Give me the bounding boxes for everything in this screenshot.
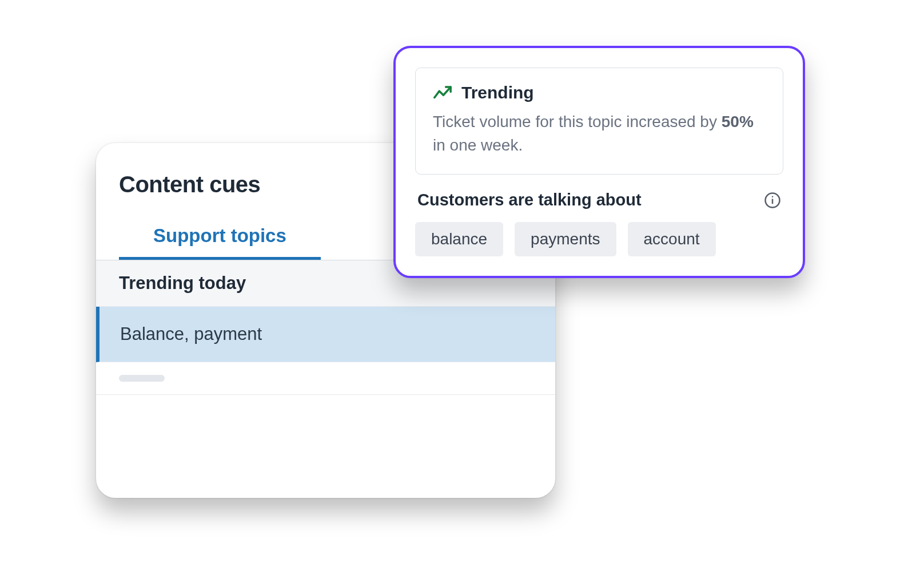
trending-card-header: Trending xyxy=(433,83,766,102)
trending-desc-suffix: in one week. xyxy=(433,136,523,154)
trending-desc-value: 50% xyxy=(722,113,754,130)
trending-card: Trending Ticket volume for this topic in… xyxy=(415,68,783,175)
trending-label: Trending xyxy=(461,83,534,102)
topic-chips-row: balance payments account xyxy=(415,222,783,256)
topic-row-placeholder xyxy=(96,362,555,395)
talking-about-row: Customers are talking about xyxy=(415,191,783,209)
tab-support-topics[interactable]: Support topics xyxy=(119,215,321,260)
talking-about-label: Customers are talking about xyxy=(417,191,642,209)
trending-up-icon xyxy=(433,84,452,101)
placeholder-bar xyxy=(119,375,165,382)
trending-detail-popover: Trending Ticket volume for this topic in… xyxy=(393,46,805,278)
chip-balance[interactable]: balance xyxy=(415,222,503,256)
trending-desc-prefix: Ticket volume for this topic increased b… xyxy=(433,113,722,130)
svg-point-2 xyxy=(772,196,774,197)
chip-account[interactable]: account xyxy=(628,222,716,256)
chip-payments[interactable]: payments xyxy=(515,222,616,256)
trending-description: Ticket volume for this topic increased b… xyxy=(433,110,766,157)
info-icon[interactable] xyxy=(764,192,781,209)
topic-row-selected[interactable]: Balance, payment xyxy=(96,307,555,362)
